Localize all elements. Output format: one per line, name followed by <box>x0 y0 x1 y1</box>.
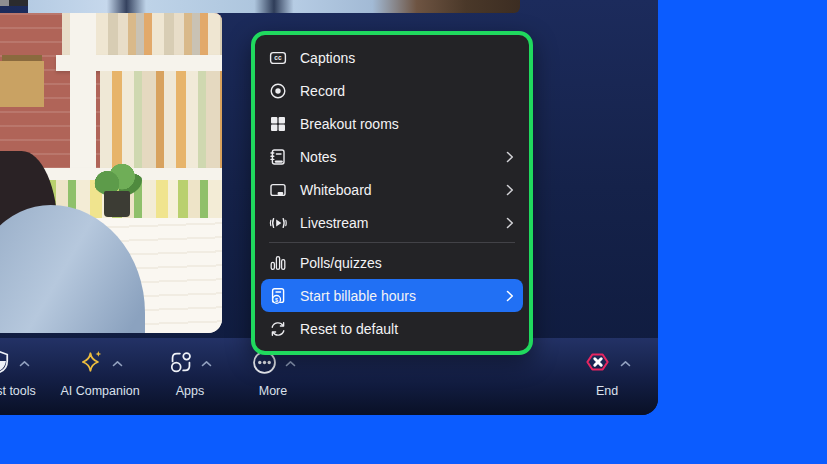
toolbar-item-more[interactable]: More <box>228 349 318 398</box>
chevron-right-icon <box>506 217 515 229</box>
video-tile-main-participant <box>0 13 222 333</box>
more-menu: cc Captions Record Breakout rooms <box>251 31 533 355</box>
menu-item-breakout-rooms[interactable]: Breakout rooms <box>261 107 523 140</box>
toolbar-label-apps: Apps <box>176 384 205 398</box>
svg-text:cc: cc <box>274 54 282 61</box>
toolbar-label-end: End <box>596 384 618 398</box>
sparkle-icon <box>77 348 105 380</box>
toolbar-item-ai-companion[interactable]: AI Companion <box>55 349 145 398</box>
record-icon <box>269 82 287 100</box>
video-tile-top-participant <box>28 0 520 13</box>
chevron-up-icon[interactable] <box>620 360 631 368</box>
livestream-icon <box>269 214 287 232</box>
apps-icon <box>168 349 194 379</box>
menu-label: Captions <box>300 50 515 66</box>
menu-item-notes[interactable]: Notes <box>261 140 523 173</box>
menu-item-record[interactable]: Record <box>261 74 523 107</box>
reset-icon <box>269 320 287 338</box>
menu-item-reset-to-default[interactable]: Reset to default <box>261 312 523 345</box>
video-plant-pot <box>104 191 130 217</box>
menu-label: Livestream <box>300 215 506 231</box>
shield-icon <box>0 349 12 379</box>
toolbar-item-end[interactable]: End <box>562 349 652 398</box>
breakout-rooms-icon <box>269 115 287 133</box>
menu-item-whiteboard[interactable]: Whiteboard <box>261 173 523 206</box>
menu-label: Breakout rooms <box>300 116 515 132</box>
video-books <box>100 71 222 171</box>
menu-label: Whiteboard <box>300 182 506 198</box>
notes-icon <box>269 148 287 166</box>
video-box <box>0 61 44 107</box>
polls-icon <box>269 254 287 272</box>
svg-text:$: $ <box>275 296 278 302</box>
menu-label: Start billable hours <box>300 288 506 304</box>
toolbar-label-ai-companion: AI Companion <box>60 384 139 398</box>
video-shelf-post <box>70 13 96 188</box>
menu-divider <box>269 242 515 243</box>
toolbar-item-host-tools[interactable]: Host tools <box>0 349 53 398</box>
end-call-icon <box>583 349 613 379</box>
billable-hours-icon: $ <box>269 287 287 305</box>
chevron-right-icon <box>506 290 515 302</box>
chevron-right-icon <box>506 184 515 196</box>
menu-item-captions[interactable]: cc Captions <box>261 41 523 74</box>
captions-icon: cc <box>269 49 287 67</box>
chevron-right-icon <box>506 151 515 163</box>
toolbar-label-host-tools: Host tools <box>0 384 36 398</box>
toolbar-label-more: More <box>259 384 287 398</box>
menu-item-polls-quizzes[interactable]: Polls/quizzes <box>261 246 523 279</box>
menu-label: Record <box>300 83 515 99</box>
whiteboard-icon <box>269 181 287 199</box>
chevron-up-icon[interactable] <box>19 360 30 368</box>
chevron-up-icon[interactable] <box>285 360 296 368</box>
menu-item-start-billable-hours[interactable]: $ Start billable hours <box>261 279 523 312</box>
chevron-up-icon[interactable] <box>112 360 123 368</box>
menu-item-livestream[interactable]: Livestream <box>261 206 523 239</box>
menu-label: Reset to default <box>300 321 515 337</box>
toolbar-item-apps[interactable]: Apps <box>145 349 235 398</box>
menu-label: Polls/quizzes <box>300 255 515 271</box>
chevron-up-icon[interactable] <box>201 360 212 368</box>
video-tile-corner <box>0 0 28 6</box>
menu-label: Notes <box>300 149 506 165</box>
